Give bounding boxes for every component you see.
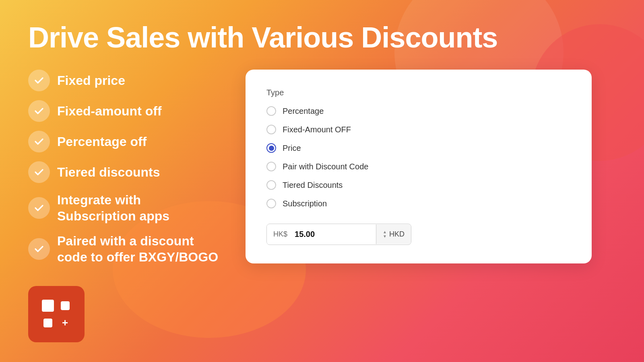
checklist-label-fixed-price: Fixed price bbox=[57, 72, 125, 88]
discount-card: Type Percentage Fixed-Amount OFF Price P… bbox=[246, 70, 592, 263]
app-tile bbox=[43, 319, 52, 327]
radio-item-price[interactable]: Price bbox=[266, 143, 571, 153]
radio-label-percentage: Percentage bbox=[283, 107, 324, 116]
radio-circle-pair-discount bbox=[266, 162, 276, 171]
app-tile bbox=[61, 301, 70, 310]
price-prefix: HK$ bbox=[267, 224, 291, 244]
checklist-label-integrate: Integrate with Subscription apps bbox=[57, 192, 221, 224]
check-icon bbox=[28, 161, 50, 183]
radio-label-price: Price bbox=[283, 144, 301, 153]
radio-circle-fixed-amount bbox=[266, 125, 276, 134]
radio-circle-subscription bbox=[266, 199, 276, 208]
radio-label-subscription: Subscription bbox=[283, 199, 327, 208]
checklist-label-percentage-off: Percentage off bbox=[57, 134, 147, 150]
list-item: Percentage off bbox=[28, 131, 221, 152]
list-item: Fixed-amount off bbox=[28, 100, 221, 122]
check-icon bbox=[28, 238, 50, 260]
type-label: Type bbox=[266, 88, 571, 97]
radio-item-subscription[interactable]: Subscription bbox=[266, 199, 571, 208]
plus-icon: + bbox=[59, 317, 71, 329]
radio-item-fixed-amount[interactable]: Fixed-Amount OFF bbox=[266, 125, 571, 134]
checklist: Fixed price Fixed-amount off Percentage … bbox=[28, 70, 221, 342]
radio-group: Percentage Fixed-Amount OFF Price Pair w… bbox=[266, 106, 571, 208]
price-input-row: HK$ 15.00 ▲ ▼ HKD bbox=[266, 224, 411, 245]
check-icon bbox=[28, 131, 50, 152]
radio-circle-tiered bbox=[266, 180, 276, 190]
radio-label-tiered: Tiered Discounts bbox=[283, 181, 343, 190]
checklist-label-fixed-amount-off: Fixed-amount off bbox=[57, 103, 162, 119]
checklist-label-paired: Paired with a discount code to offer BXG… bbox=[57, 233, 221, 265]
currency-label: HKD bbox=[389, 230, 405, 239]
checklist-label-tiered-discounts: Tiered discounts bbox=[57, 164, 160, 180]
check-icon bbox=[28, 197, 50, 219]
list-item: Tiered discounts bbox=[28, 161, 221, 183]
radio-label-pair-discount: Pair with Discount Code bbox=[283, 162, 368, 171]
radio-item-percentage[interactable]: Percentage bbox=[266, 106, 571, 116]
radio-circle-percentage bbox=[266, 106, 276, 116]
currency-arrows: ▲ ▼ bbox=[383, 230, 387, 239]
list-item: Paired with a discount code to offer BXG… bbox=[28, 233, 221, 265]
radio-label-fixed-amount: Fixed-Amount OFF bbox=[283, 125, 351, 134]
check-icon bbox=[28, 100, 50, 122]
radio-item-tiered[interactable]: Tiered Discounts bbox=[266, 180, 571, 190]
page-title: Drive Sales with Various Discounts bbox=[28, 22, 616, 53]
list-item: Fixed price bbox=[28, 70, 221, 91]
currency-select[interactable]: ▲ ▼ HKD bbox=[376, 224, 411, 244]
check-icon bbox=[28, 70, 50, 91]
radio-item-pair-discount[interactable]: Pair with Discount Code bbox=[266, 162, 571, 171]
app-tile bbox=[42, 300, 54, 312]
radio-circle-price bbox=[266, 143, 276, 153]
app-icon: + bbox=[28, 286, 85, 342]
list-item: Integrate with Subscription apps bbox=[28, 192, 221, 224]
price-value[interactable]: 15.00 bbox=[291, 224, 376, 245]
